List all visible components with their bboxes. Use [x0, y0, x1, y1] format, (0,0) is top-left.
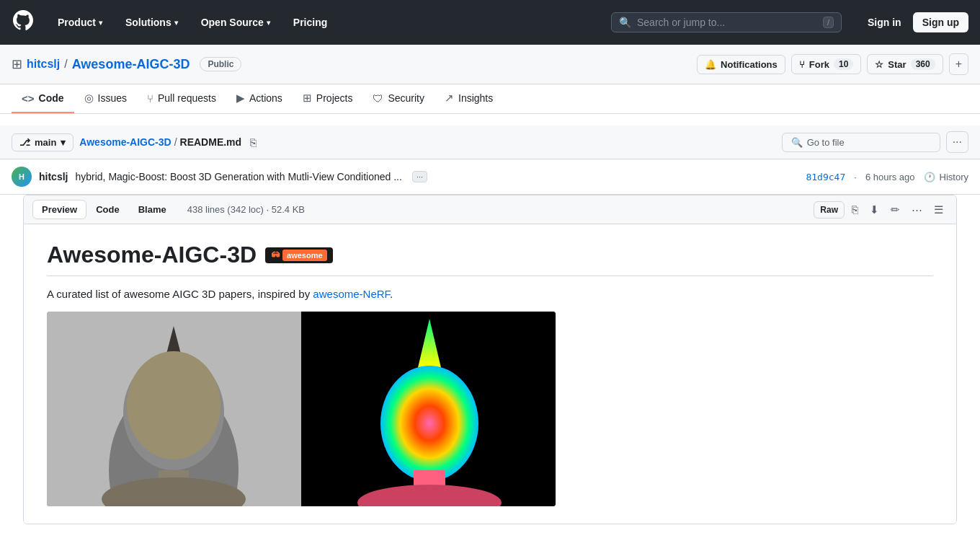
svg-point-9 — [380, 366, 478, 481]
top-navigation: Product ▾ Solutions ▾ Open Source ▾ Pric… — [0, 0, 980, 45]
signin-button[interactable]: Sign in — [862, 12, 907, 32]
commit-hash[interactable]: 81d9c47 — [806, 172, 845, 182]
bell-icon: 🔔 — [705, 59, 716, 70]
tab-insights[interactable]: ↗ Insights — [435, 84, 503, 113]
readme-description: A curated list of awesome AIGC 3D papers… — [47, 288, 933, 300]
fork-icon: ⑂ — [799, 59, 805, 70]
tab-security[interactable]: 🛡 Security — [362, 84, 435, 113]
table-of-contents-button[interactable]: ☰ — [930, 200, 948, 219]
pricing-label: Pricing — [293, 17, 327, 28]
file-metadata: 438 lines (342 loc) · 52.4 KB — [187, 204, 305, 215]
actions-tab-icon: ▶ — [236, 92, 245, 105]
more-file-options-button[interactable]: ⋯ — [907, 200, 927, 219]
readme-title: Awesome-AIGC-3D 🕶 awesome — [47, 242, 933, 276]
product-menu[interactable]: Product ▾ — [52, 14, 108, 31]
readme-title-text: Awesome-AIGC-3D — [47, 242, 257, 268]
repo-tabs: <> Code ◎ Issues ⑂ Pull requests ▶ Actio… — [0, 84, 980, 114]
solutions-menu[interactable]: Solutions ▾ — [120, 14, 184, 31]
breadcrumb-repo-link[interactable]: Awesome-AIGC-3D — [79, 136, 171, 148]
signup-button[interactable]: Sign up — [913, 12, 968, 32]
history-icon: 🕐 — [924, 172, 935, 182]
star-icon: ☆ — [875, 59, 883, 70]
repo-type-icon: ⊞ — [12, 56, 22, 72]
file-view-container: Preview Code Blame 438 lines (342 loc) ·… — [12, 195, 968, 524]
raw-button[interactable]: Raw — [814, 201, 845, 219]
author-avatar[interactable]: H — [12, 167, 32, 187]
search-small-icon: 🔍 — [791, 137, 803, 148]
breadcrumb-file: README.md — [180, 136, 242, 148]
fv-tab-preview[interactable]: Preview — [32, 200, 86, 219]
history-button[interactable]: 🕐 History — [924, 172, 968, 182]
commit-separator: · — [854, 172, 857, 182]
open-source-label: Open Source — [201, 17, 264, 28]
svg-point-4 — [127, 351, 220, 459]
pr-tab-icon: ⑂ — [147, 92, 153, 105]
fv-tab-blame[interactable]: Blame — [129, 200, 176, 219]
commit-message-expand[interactable]: ··· — [412, 171, 427, 182]
projects-tab-label: Projects — [316, 92, 353, 104]
commit-message: hybrid, Magic-Boost: Boost 3D Generation… — [75, 171, 401, 182]
tab-actions[interactable]: ▶ Actions — [226, 84, 293, 113]
branch-icon: ⎇ — [19, 137, 30, 148]
copy-raw-icon: ⎘ — [852, 203, 858, 216]
readme-content: Awesome-AIGC-3D 🕶 awesome A curated list… — [24, 224, 956, 524]
goto-file-text: Go to file — [807, 137, 845, 148]
file-view-tabs: Preview Code Blame — [32, 200, 176, 219]
actions-tab-label: Actions — [249, 92, 282, 104]
repo-owner[interactable]: hitcslj — [27, 58, 60, 71]
repo-name[interactable]: Awesome-AIGC-3D — [72, 57, 190, 72]
tab-pull-requests[interactable]: ⑂ Pull requests — [137, 84, 226, 113]
product-label: Product — [58, 17, 96, 28]
star-label: Star — [888, 59, 906, 70]
projects-tab-icon: ⊞ — [303, 92, 312, 105]
edit-button[interactable]: ✏ — [886, 200, 904, 219]
solutions-label: Solutions — [125, 17, 172, 28]
download-icon: ⬇ — [870, 203, 879, 216]
file-view: Preview Code Blame 438 lines (342 loc) ·… — [23, 195, 957, 524]
copy-icon: ⎘ — [250, 136, 257, 149]
auth-buttons: Sign in Sign up — [862, 12, 968, 32]
readme-desc-after: . — [390, 288, 393, 300]
tab-code[interactable]: <> Code — [12, 84, 74, 113]
copy-raw-button[interactable]: ⎘ — [847, 200, 863, 219]
github-logo-icon[interactable] — [12, 9, 35, 36]
file-view-header: Preview Code Blame 438 lines (342 loc) ·… — [24, 195, 956, 224]
code-tab-label: Code — [39, 92, 64, 104]
readme-desc-before: A curated list of awesome AIGC 3D papers… — [47, 288, 313, 300]
issues-tab-icon: ◎ — [84, 92, 94, 105]
plus-icon: + — [956, 58, 962, 70]
goto-file-button[interactable]: 🔍 Go to file — [782, 133, 940, 152]
readme-image-left — [47, 312, 301, 506]
insights-tab-icon: ↗ — [445, 92, 454, 105]
awesome-nerf-link[interactable]: awesome-NeRF — [313, 288, 390, 300]
more-options-button[interactable]: ··· — [946, 131, 968, 153]
pricing-link[interactable]: Pricing — [288, 14, 333, 31]
readme-image-container — [47, 312, 933, 506]
star-count: 360 — [911, 58, 935, 70]
commit-time: 6 hours ago — [865, 172, 915, 182]
add-action-button[interactable]: + — [949, 53, 968, 75]
copy-path-button[interactable]: ⎘ — [247, 135, 259, 150]
security-tab-icon: 🛡 — [373, 92, 383, 105]
tab-projects[interactable]: ⊞ Projects — [293, 84, 363, 113]
grayscale-face-bg — [47, 312, 301, 506]
glasses-icon: 🕶 — [271, 250, 280, 260]
notifications-button[interactable]: 🔔 Notifications — [697, 55, 785, 74]
search-bar[interactable]: 🔍 Search or jump to... / — [611, 12, 842, 32]
code-tab-icon: <> — [22, 92, 35, 105]
download-button[interactable]: ⬇ — [865, 200, 883, 219]
star-button[interactable]: ☆ Star 360 — [867, 54, 943, 74]
open-source-menu[interactable]: Open Source ▾ — [195, 14, 276, 31]
commit-author[interactable]: hitcslj — [39, 171, 68, 182]
commit-info-left: H hitcslj hybrid, Magic-Boost: Boost 3D … — [12, 167, 427, 187]
fv-tab-code[interactable]: Code — [86, 200, 129, 219]
avatar-initials: H — [19, 172, 24, 181]
branch-name: main — [35, 137, 56, 148]
search-kbd-shortcut: / — [823, 17, 834, 28]
tab-issues[interactable]: ◎ Issues — [74, 84, 137, 113]
branch-selector[interactable]: ⎇ main ▾ — [12, 133, 74, 151]
repo-path: ⊞ hitcslj / Awesome-AIGC-3D Public — [12, 56, 241, 72]
branch-chevron-icon: ▾ — [61, 137, 66, 148]
repo-visibility-badge: Public — [200, 57, 241, 71]
fork-button[interactable]: ⑂ Fork 10 — [791, 54, 862, 74]
